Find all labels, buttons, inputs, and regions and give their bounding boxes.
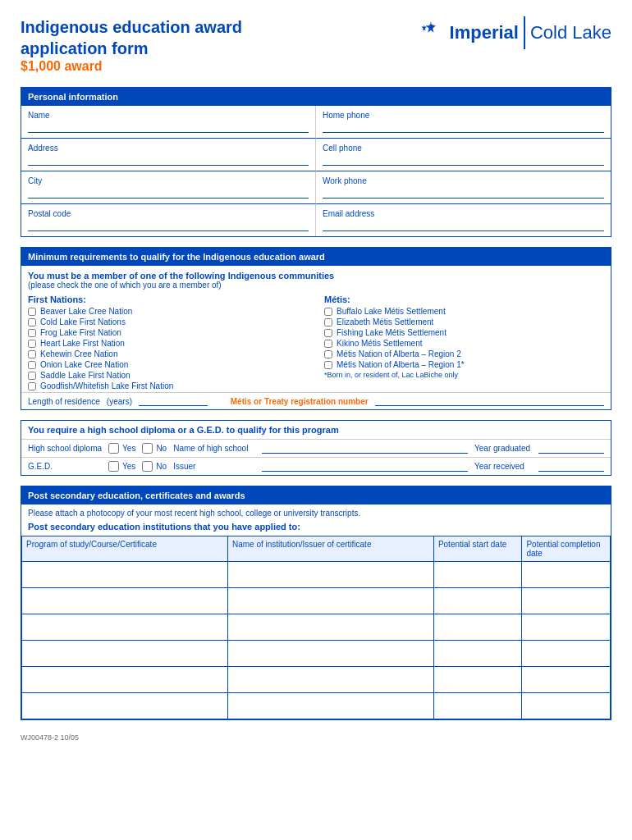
ged-year-label: Year received (474, 462, 532, 471)
personal-info-grid: Name Home phone Address Cell phone City … (21, 106, 611, 236)
hs-name-input[interactable] (262, 444, 468, 454)
institution-cell[interactable] (227, 667, 433, 693)
logo-area: Imperial Cold Lake (419, 16, 611, 49)
kehewin-checkbox[interactable] (28, 350, 36, 358)
postal-code-label: Postal code (28, 209, 309, 218)
length-input-line[interactable] (139, 396, 208, 406)
program-cell[interactable] (22, 562, 228, 588)
table-row (22, 588, 611, 614)
saddle-lake-label: Saddle Lake First Nation (40, 371, 131, 380)
post-secondary-header: Post secondary education, certificates a… (21, 486, 611, 504)
list-item: Goodfish/Whitefish Lake First Nation (28, 381, 308, 390)
qualify-bold-text: You must be a member of one of the follo… (28, 271, 604, 281)
ged-year-input[interactable] (538, 462, 604, 472)
col-completion-date: Potential completion date (522, 536, 611, 562)
high-school-row: High school diploma Yes No Name of high … (21, 439, 611, 457)
institution-cell[interactable] (227, 641, 433, 667)
title-line2: application form (21, 39, 149, 57)
length-label: Length of residence (28, 397, 100, 406)
ged-no-checkbox[interactable] (142, 461, 153, 472)
hs-year-input[interactable] (538, 444, 604, 454)
fishing-lake-checkbox[interactable] (324, 329, 332, 337)
frog-lake-label: Frog Lake First Nation (40, 328, 121, 337)
metis-note: *Born in, or resident of, Lac LaBiche on… (324, 371, 604, 379)
form-title: Indigenous education award application f… (21, 16, 242, 82)
list-item: Beaver Lake Cree Nation (28, 307, 308, 316)
start-date-cell[interactable] (433, 562, 522, 588)
home-phone-input-line[interactable] (323, 121, 604, 133)
completion-date-cell[interactable] (522, 614, 611, 641)
hs-no-checkbox[interactable] (142, 443, 153, 454)
city-input-line[interactable] (28, 187, 309, 199)
heart-lake-checkbox[interactable] (28, 340, 36, 348)
name-input-line[interactable] (28, 121, 309, 133)
completion-date-cell[interactable] (522, 588, 611, 614)
elizabeth-checkbox[interactable] (324, 318, 332, 326)
start-date-cell[interactable] (433, 641, 522, 667)
institution-cell[interactable] (227, 614, 433, 641)
first-nations-col: First Nations: Beaver Lake Cree Nation C… (28, 294, 308, 392)
onion-lake-checkbox[interactable] (28, 361, 36, 369)
ged-yes-checkbox[interactable] (108, 461, 119, 472)
metis-region2-checkbox[interactable] (324, 350, 332, 358)
col-program: Program of study/Course/Certificate (22, 536, 228, 562)
program-cell[interactable] (22, 641, 228, 667)
imperial-stars-icon (419, 21, 443, 45)
institution-cell[interactable] (227, 588, 433, 614)
completion-date-cell[interactable] (522, 667, 611, 693)
institution-cell[interactable] (227, 562, 433, 588)
start-date-cell[interactable] (433, 693, 522, 719)
completion-date-cell[interactable] (522, 641, 611, 667)
kikino-checkbox[interactable] (324, 340, 332, 348)
goodfish-checkbox[interactable] (28, 382, 36, 390)
metis-region1-checkbox[interactable] (324, 361, 332, 369)
hs-name-label: Name of high school (173, 444, 255, 453)
address-field: Address (21, 139, 316, 171)
beaver-lake-checkbox[interactable] (28, 308, 36, 316)
home-phone-label: Home phone (323, 111, 604, 120)
length-row: Length of residence (years) Métis or Tre… (21, 392, 611, 409)
cold-lake-fn-checkbox[interactable] (28, 318, 36, 326)
table-row (22, 693, 611, 719)
metis-reg-input-line[interactable] (375, 396, 604, 406)
city-field: City (21, 171, 316, 204)
ged-no-label: No (156, 462, 167, 471)
program-cell[interactable] (22, 588, 228, 614)
hs-year-label: Year graduated (474, 444, 532, 453)
col-institution: Name of institution/Issuer of certificat… (227, 536, 433, 562)
frog-lake-checkbox[interactable] (28, 329, 36, 337)
title-line1: Indigenous education award (21, 18, 242, 36)
program-cell[interactable] (22, 614, 228, 641)
cell-phone-input-line[interactable] (323, 154, 604, 166)
min-req-header: Minimum requirements to qualify for the … (21, 248, 611, 266)
list-item: Kehewin Cree Nation (28, 349, 308, 358)
program-cell[interactable] (22, 693, 228, 719)
postal-code-input-line[interactable] (28, 220, 309, 231)
table-row (22, 562, 611, 588)
list-item: Saddle Lake First Nation (28, 371, 308, 380)
saddle-lake-checkbox[interactable] (28, 372, 36, 380)
ged-issuer-input[interactable] (262, 462, 468, 472)
program-cell[interactable] (22, 667, 228, 693)
logo-imperial-text: Imperial (450, 22, 519, 43)
metis-region1-label: Métis Nation of Alberta – Region 1* (337, 360, 465, 369)
logo-text: Imperial Cold Lake (450, 16, 611, 49)
completion-date-cell[interactable] (522, 562, 611, 588)
heart-lake-label: Heart Lake First Nation (40, 339, 125, 348)
start-date-cell[interactable] (433, 614, 522, 641)
completion-date-cell[interactable] (522, 693, 611, 719)
work-phone-input-line[interactable] (323, 187, 604, 199)
metis-reg-label: Métis or Treaty registration number (231, 397, 369, 406)
address-input-line[interactable] (28, 154, 309, 166)
email-input-line[interactable] (323, 220, 604, 231)
buffalo-lake-checkbox[interactable] (324, 308, 332, 316)
institution-cell[interactable] (227, 693, 433, 719)
fishing-lake-label: Fishing Lake Métis Settlement (337, 328, 447, 337)
logo-stars (419, 21, 443, 45)
high-school-label: High school diploma (28, 444, 102, 453)
hs-yes-checkbox[interactable] (108, 443, 119, 454)
start-date-cell[interactable] (433, 667, 522, 693)
address-label: Address (28, 144, 309, 153)
start-date-cell[interactable] (433, 588, 522, 614)
hs-yes-label: Yes (122, 444, 135, 453)
